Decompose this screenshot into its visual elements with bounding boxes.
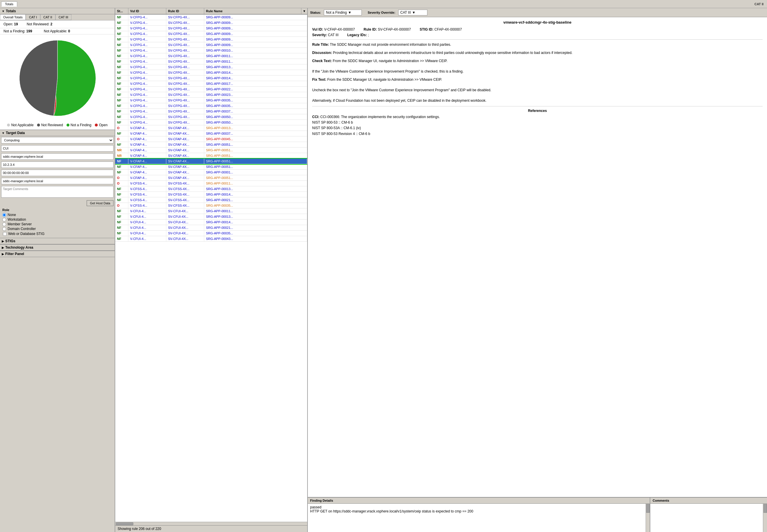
target-data-header[interactable]: ▼ Target Data bbox=[0, 130, 115, 136]
table-row[interactable]: NF V-CFUI-4... SV-CFUI-4X... SRG-APP-000… bbox=[115, 220, 307, 225]
cell-status: NF bbox=[115, 76, 128, 81]
table-row[interactable]: O V-CFAP-4... SV-CFAP-4X... SRG-APP-0004… bbox=[115, 136, 307, 142]
table-row[interactable]: NF V-CFPG-4... SV-CFPG-4X... SRG-APP-000… bbox=[115, 76, 307, 81]
table-row[interactable]: NF V-CFPG-4... SV-CFPG-4X... SRG-APP-000… bbox=[115, 109, 307, 114]
tab-cat1[interactable]: CAT I bbox=[26, 14, 40, 20]
role-radio-member-server[interactable] bbox=[2, 222, 6, 226]
finding-scroll-thumb[interactable] bbox=[646, 504, 650, 513]
role-radio-workstation[interactable] bbox=[2, 218, 6, 222]
tab-cat3[interactable]: CAT III bbox=[55, 14, 71, 20]
sort-button[interactable]: ▼ bbox=[301, 8, 307, 14]
h-scroll-thumb[interactable] bbox=[116, 522, 133, 525]
table-row[interactable]: NR V-CFAP-4... SV-CFAP-4X... SRG-APP-000… bbox=[115, 153, 307, 159]
cell-rule-id: SV-CFPG-4X... bbox=[166, 98, 204, 103]
comments-scrollbar[interactable] bbox=[763, 504, 767, 532]
col-rule-id[interactable]: Rule ID bbox=[166, 8, 204, 14]
role-option-member-server: Member Server bbox=[2, 222, 112, 226]
status-dropdown-arrow-icon: ▼ bbox=[348, 10, 352, 15]
table-row[interactable]: NF V-CFPG-4... SV-CFPG-4X... SRG-APP-000… bbox=[115, 92, 307, 98]
table-row[interactable]: NF V-CFUI-4... SV-CFUI-4X... SRG-APP-000… bbox=[115, 208, 307, 214]
target-comments-input[interactable] bbox=[1, 186, 113, 198]
get-host-data-button[interactable]: Get Host Data bbox=[87, 200, 113, 206]
table-row[interactable]: NF V-CFPG-4... SV-CFPG-4X... SRG-APP-000… bbox=[115, 59, 307, 64]
table-row[interactable]: NF V-CFSS-4... SV-CFSS-4X... SRG-APP-000… bbox=[115, 186, 307, 192]
fqdn-input[interactable] bbox=[1, 178, 113, 184]
table-row[interactable]: NF V-CFPG-4... SV-CFPG-4X... SRG-APP-000… bbox=[115, 81, 307, 87]
col-status[interactable]: St... bbox=[115, 8, 128, 14]
cell-vul-id: V-CFPG-4... bbox=[128, 31, 166, 36]
table-row[interactable]: NR V-CFAP-4... SV-CFAP-4X... SRG-APP-000… bbox=[115, 148, 307, 153]
table-row[interactable]: NF V-CFPG-4... SV-CFPG-4X... SRG-APP-000… bbox=[115, 98, 307, 103]
table-row[interactable]: O V-CFSS-4... SV-CFSS-4X... SRG-APP-0003… bbox=[115, 203, 307, 208]
table-row[interactable]: NF V-CFAP-4... SV-CFAP-4X... SRG-APP-000… bbox=[115, 164, 307, 170]
table-row[interactable]: NF V-CFPG-4... SV-CFPG-4X... SRG-APP-000… bbox=[115, 114, 307, 120]
cell-vul-id: V-CFUI-4... bbox=[128, 231, 166, 236]
tab-cat2[interactable]: CAT II bbox=[40, 14, 55, 20]
table-row[interactable]: NF V-CFUI-4... SV-CFUI-4X... SRG-APP-000… bbox=[115, 231, 307, 236]
table-row[interactable]: O V-CFAP-4... SV-CFAP-4X... SRG-APP-0001… bbox=[115, 125, 307, 131]
finding-details-scrollbar[interactable] bbox=[646, 504, 650, 532]
table-row[interactable]: NF V-CFSS-4... SV-CFSS-4X... SRG-APP-000… bbox=[115, 192, 307, 197]
cell-rule-name: SRG-APP-00035... bbox=[204, 103, 307, 108]
mac-input[interactable] bbox=[1, 170, 113, 176]
table-row[interactable]: NF V-CFAP-4... SV-CFAP-4X... SRG-APP-000… bbox=[115, 159, 307, 164]
table-row[interactable]: NF V-CFSS-4... SV-CFSS-4X... SRG-APP-000… bbox=[115, 197, 307, 203]
table-row[interactable]: NF V-CFPG-4... SV-CFPG-4X... SRG-APP-000… bbox=[115, 87, 307, 92]
filter-panel-header[interactable]: ▶ Filter Panel bbox=[0, 251, 115, 257]
role-radio-domain-controller[interactable] bbox=[2, 227, 6, 231]
tab-totals[interactable]: Totals bbox=[1, 1, 17, 7]
hostname-input[interactable] bbox=[1, 153, 113, 160]
role-radio-none[interactable] bbox=[2, 213, 6, 217]
table-row[interactable]: NF V-CFPG-4... SV-CFPG-4X... SRG-APP-000… bbox=[115, 53, 307, 59]
table-row[interactable]: NF V-CFPG-4... SV-CFPG-4X... SRG-APP-000… bbox=[115, 15, 307, 20]
table-row[interactable]: NF V-CFUI-4... SV-CFUI-4X... SRG-APP-000… bbox=[115, 214, 307, 220]
table-row[interactable]: O V-CFAP-4... SV-CFAP-4X... SRG-APP-0005… bbox=[115, 175, 307, 181]
severity-dropdown[interactable]: CAT III ▼ bbox=[398, 10, 427, 15]
technology-area-header[interactable]: ▶ Technology Area bbox=[0, 245, 115, 251]
table-row[interactable]: NF V-CFPG-4... SV-CFPG-4X... SRG-APP-000… bbox=[115, 26, 307, 31]
h-scrollbar[interactable] bbox=[115, 522, 307, 525]
table-row[interactable]: O V-CFSS-4... SV-CFSS-4X... SRG-APP-0001… bbox=[115, 181, 307, 186]
table-row[interactable]: NF V-CFAP-4... SV-CFAP-4X... SRG-APP-000… bbox=[115, 131, 307, 136]
cell-rule-name: SRG-APP-00037... bbox=[204, 131, 307, 136]
cell-rule-name: SRG-APP-00051... bbox=[204, 164, 307, 169]
cell-rule-id: SV-CFAP-4X... bbox=[166, 136, 204, 142]
ip-input[interactable] bbox=[1, 161, 113, 168]
cell-vul-id: V-CFPG-4... bbox=[128, 120, 166, 125]
web-db-stig-checkbox[interactable] bbox=[3, 232, 7, 236]
table-row[interactable]: NF V-CFPG-4... SV-CFPG-4X... SRG-APP-000… bbox=[115, 120, 307, 125]
table-row[interactable]: NF V-CFPG-4... SV-CFPG-4X... SRG-APP-000… bbox=[115, 48, 307, 53]
stigs-header[interactable]: ▶ STIGs bbox=[0, 238, 115, 244]
comments-body bbox=[650, 504, 767, 532]
table-row[interactable]: NF V-CFUI-4... SV-CFUI-4X... SRG-APP-000… bbox=[115, 225, 307, 231]
status-dropdown[interactable]: Not a Finding ▼ bbox=[324, 10, 362, 15]
cell-rule-id: SV-CFPG-4X... bbox=[166, 109, 204, 114]
table-row[interactable]: NF V-CFPG-4... SV-CFPG-4X... SRG-APP-000… bbox=[115, 42, 307, 48]
table-row[interactable]: NF V-CFPG-4... SV-CFPG-4X... SRG-APP-000… bbox=[115, 70, 307, 76]
legacy-ids-value: ; bbox=[368, 33, 369, 37]
tab-overall-totals[interactable]: Overall Totals bbox=[0, 14, 26, 20]
not-finding-label: Not a Finding: bbox=[3, 29, 25, 33]
table-row[interactable]: NF V-CFPG-4... SV-CFPG-4X... SRG-APP-000… bbox=[115, 64, 307, 70]
table-row[interactable]: NF V-CFPG-4... SV-CFPG-4X... SRG-APP-000… bbox=[115, 103, 307, 109]
table-row[interactable]: NF V-CFUI-4... SV-CFUI-4X... SRG-APP-000… bbox=[115, 236, 307, 242]
table-row[interactable]: NF V-CFAP-4... SV-CFAP-4X... SRG-APP-000… bbox=[115, 142, 307, 148]
cell-rule-name: SRG-APP-00021... bbox=[204, 197, 307, 203]
cell-vul-id: V-CFSS-4... bbox=[128, 203, 166, 208]
cell-status: NF bbox=[115, 81, 128, 86]
cell-rule-name: SRG-APP-00050... bbox=[204, 114, 307, 120]
col-vul-id[interactable]: Vul ID bbox=[128, 8, 166, 14]
table-row[interactable]: NF V-CFAP-4... SV-CFAP-4X... SRG-APP-000… bbox=[115, 170, 307, 175]
comments-scroll-thumb[interactable] bbox=[764, 504, 767, 513]
computing-select[interactable]: Computing bbox=[1, 137, 113, 143]
role-label-domain-controller: Domain Controller bbox=[8, 227, 36, 231]
cell-vul-id: V-CFPG-4... bbox=[128, 59, 166, 64]
col-rule-name[interactable]: Rule Name bbox=[204, 8, 301, 14]
not-reviewed-stat: Not Reviewed: 2 bbox=[27, 22, 52, 26]
totals-section-header[interactable]: ▼ Totals bbox=[0, 8, 115, 14]
cell-status: NF bbox=[115, 103, 128, 108]
table-row[interactable]: NF V-CFPG-4... SV-CFPG-4X... SRG-APP-000… bbox=[115, 31, 307, 37]
table-row[interactable]: NF V-CFPG-4... SV-CFPG-4X... SRG-APP-000… bbox=[115, 20, 307, 26]
cui-input[interactable] bbox=[1, 145, 113, 152]
table-row[interactable]: NF V-CFPG-4... SV-CFPG-4X... SRG-APP-000… bbox=[115, 37, 307, 42]
